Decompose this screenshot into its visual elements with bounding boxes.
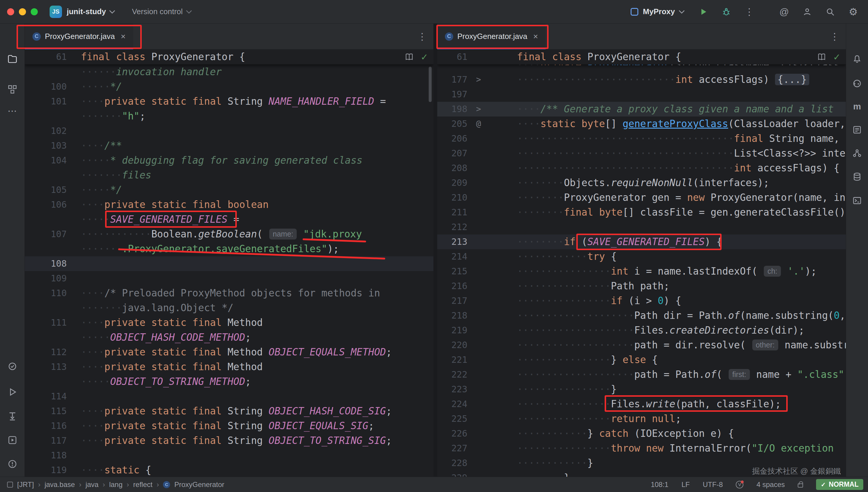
code-line[interactable]: 215················int i = name.lastInde… xyxy=(437,264,846,279)
structure-tool-button[interactable] xyxy=(5,82,20,97)
line-number[interactable]: 115 xyxy=(25,404,69,419)
editor-right[interactable]: 61final class ProxyGenerator { ✓ ····pri… xyxy=(437,50,846,477)
code-line[interactable]: 205@····static byte[] generateProxyClass… xyxy=(437,117,846,131)
zoom-window-button[interactable] xyxy=(31,8,38,15)
line-number[interactable]: 117 xyxy=(25,433,69,448)
line-number[interactable]: 212 xyxy=(437,220,470,235)
code-line[interactable]: 108 xyxy=(25,256,433,271)
code-line[interactable]: 111····private static final Method xyxy=(25,315,433,330)
vim-mode-badge[interactable]: ✓ NORMAL xyxy=(816,479,863,490)
code-line[interactable]: 223················} xyxy=(437,382,846,397)
project-selector[interactable]: junit-study xyxy=(67,7,106,16)
code-line[interactable]: 100·····*/ xyxy=(25,79,433,94)
line-number[interactable]: 100 xyxy=(25,79,69,94)
line-number[interactable]: 210 xyxy=(437,190,470,205)
line-number[interactable]: 119 xyxy=(25,463,69,477)
line-number[interactable]: 223 xyxy=(437,382,470,397)
code-line[interactable]: 115····private static final String OBJEC… xyxy=(25,404,433,419)
code-line[interactable]: ·····OBJECT_HASH_CODE_METHOD; xyxy=(25,330,433,345)
close-icon[interactable]: × xyxy=(533,32,538,41)
run-button[interactable] xyxy=(697,5,710,18)
code-line[interactable]: 106····private static final boolean xyxy=(25,197,433,212)
line-number[interactable]: 217 xyxy=(437,294,470,308)
code-line[interactable]: 198>····/** Generate a proxy class given… xyxy=(437,102,846,117)
reader-mode-icon[interactable] xyxy=(405,52,414,62)
line-separator-widget[interactable]: LF xyxy=(681,481,690,489)
code-line[interactable]: 226············} catch (IOException e) { xyxy=(437,426,846,441)
gutter-marker-icon[interactable]: @ xyxy=(470,117,488,131)
ai-assistant-button[interactable]: @ xyxy=(778,5,791,18)
line-number[interactable]: 218 xyxy=(437,308,470,323)
code-line[interactable]: 208·····································… xyxy=(437,161,846,175)
code-line[interactable]: 114 xyxy=(25,389,433,404)
line-number[interactable] xyxy=(25,212,69,227)
code-line[interactable]: 118 xyxy=(25,448,433,463)
breadcrumb-item[interactable]: reflect xyxy=(133,481,153,489)
code-with-me-button[interactable] xyxy=(801,5,814,18)
line-number[interactable] xyxy=(25,242,69,256)
line-number[interactable] xyxy=(25,300,69,315)
breadcrumb-item[interactable]: java xyxy=(86,481,99,489)
line-number[interactable]: 215 xyxy=(437,264,470,279)
code-line[interactable]: ······invocation handler xyxy=(25,65,433,79)
breadcrumb-item[interactable]: lang xyxy=(109,481,122,489)
line-number[interactable]: 216 xyxy=(437,279,470,294)
code-line[interactable]: 206·····································… xyxy=(437,131,846,146)
gradle-tool-button[interactable] xyxy=(849,76,865,91)
tab-proxygenerator-left[interactable]: C ProxyGenerator.java × xyxy=(25,24,133,49)
code-line[interactable]: 61final class ProxyGenerator { xyxy=(437,50,846,64)
debug-button[interactable] xyxy=(720,5,733,18)
line-number[interactable] xyxy=(25,65,69,79)
problems-tool-button[interactable] xyxy=(5,456,20,472)
breadcrumb-item[interactable]: [JRT] xyxy=(17,481,34,489)
fold-marker-icon[interactable]: > xyxy=(470,102,488,117)
line-number[interactable]: 209 xyxy=(437,175,470,190)
code-line[interactable]: 211········final byte[] classFile = gen.… xyxy=(437,205,846,220)
code-line[interactable]: 210········ProxyGenerator gen = new Prox… xyxy=(437,190,846,205)
code-line[interactable]: 101····private static final String NAME_… xyxy=(25,94,433,109)
line-number[interactable] xyxy=(25,109,69,124)
code-line[interactable]: 197 xyxy=(437,87,846,102)
code-line[interactable]: 220····················path = dir.resolv… xyxy=(437,338,846,352)
maven-tool-button[interactable]: m xyxy=(849,99,865,114)
line-number[interactable]: 207 xyxy=(437,146,470,161)
line-number[interactable]: 109 xyxy=(25,271,69,286)
line-number[interactable]: 224 xyxy=(437,397,470,412)
line-number[interactable]: 61 xyxy=(437,50,470,64)
line-number[interactable]: 228 xyxy=(437,456,470,470)
code-line[interactable]: 219····················Files.createDirec… xyxy=(437,323,846,338)
dependencies-tool-button[interactable] xyxy=(849,146,865,161)
reader-mode-icon[interactable] xyxy=(817,52,826,62)
services-tool-button[interactable] xyxy=(5,433,20,448)
code-line[interactable]: 207·····································… xyxy=(437,146,846,161)
close-window-button[interactable] xyxy=(7,8,14,15)
line-number[interactable]: 110 xyxy=(25,286,69,300)
code-line[interactable]: 221················} else { xyxy=(437,352,846,367)
line-number[interactable]: 225 xyxy=(437,412,470,426)
line-number[interactable]: 221 xyxy=(437,352,470,367)
code-line[interactable]: 61final class ProxyGenerator { xyxy=(25,50,433,64)
tab-options-left[interactable]: ⋮ xyxy=(418,24,433,49)
fold-marker-icon[interactable]: > xyxy=(470,72,488,87)
line-number[interactable]: 112 xyxy=(25,345,69,360)
lock-icon[interactable] xyxy=(798,484,803,488)
hierarchy-tool-button[interactable] xyxy=(5,409,20,424)
line-number[interactable]: 220 xyxy=(437,338,470,352)
code-line[interactable]: ····private ProxyGenerator(String classN… xyxy=(437,65,846,72)
code-line[interactable]: 109 xyxy=(25,271,433,286)
line-number[interactable]: 211 xyxy=(437,205,470,220)
line-number[interactable]: 118 xyxy=(25,448,69,463)
line-number[interactable]: 111 xyxy=(25,315,69,330)
encoding-widget[interactable]: UTF-8 xyxy=(703,481,723,489)
code-line[interactable]: 209········Objects.requireNonNull(interf… xyxy=(437,175,846,190)
vcs-selector[interactable]: Version control xyxy=(132,7,183,16)
line-number[interactable]: 104 xyxy=(25,153,69,168)
breadcrumb-item[interactable]: ProxyGenerator xyxy=(174,481,224,489)
line-number[interactable] xyxy=(25,168,69,182)
line-number[interactable]: 107 xyxy=(25,227,69,242)
line-number[interactable]: 105 xyxy=(25,182,69,197)
editor-left[interactable]: 61final class ProxyGenerator { ✓ ······i… xyxy=(25,50,433,477)
line-number[interactable]: 226 xyxy=(437,426,470,441)
caret-position-widget[interactable]: 108:1 xyxy=(651,481,668,489)
code-line[interactable]: ·····SAVE_GENERATED_FILES = xyxy=(25,212,433,227)
